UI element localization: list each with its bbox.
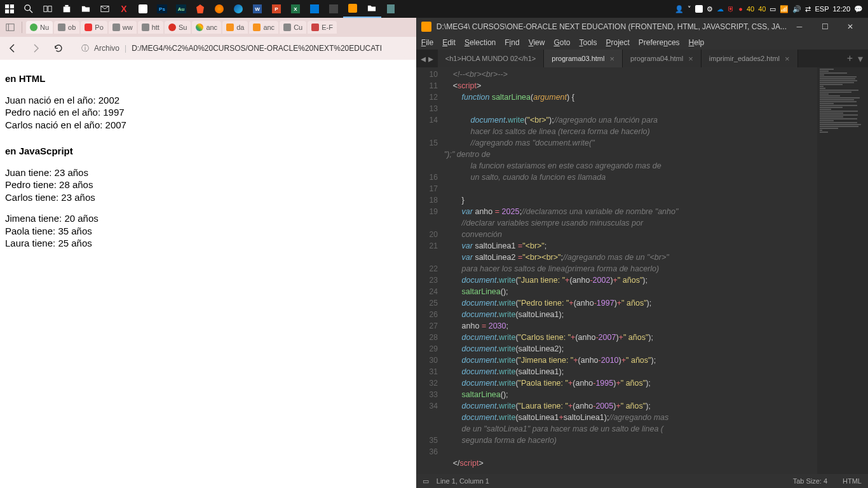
browser-tab[interactable]: E-F bbox=[308, 21, 337, 34]
app-folder-icon[interactable] bbox=[362, 0, 381, 18]
tray-app1-icon[interactable] bbox=[695, 5, 703, 13]
app-ps-icon[interactable]: Ps bbox=[153, 0, 172, 18]
content-line: Paola tiene: 35 años bbox=[5, 225, 411, 238]
browser-tab[interactable]: anc bbox=[192, 21, 221, 34]
menu-tools[interactable]: Tools bbox=[579, 38, 597, 47]
close-icon[interactable]: × bbox=[785, 54, 790, 64]
addr-label: Archivo bbox=[94, 44, 119, 53]
content-line: Carlos tiene: 23 años bbox=[5, 191, 411, 204]
svg-rect-9 bbox=[65, 5, 68, 7]
content-line: Laura tiene: 25 años bbox=[5, 237, 411, 250]
app-notion-icon[interactable] bbox=[133, 0, 153, 18]
menu-edit[interactable]: Edit bbox=[442, 38, 456, 47]
app-sublime-icon[interactable] bbox=[343, 0, 362, 18]
maximize-button[interactable]: ☐ bbox=[812, 18, 837, 36]
browser-tab[interactable]: htt bbox=[138, 21, 163, 34]
svg-rect-3 bbox=[10, 10, 14, 13]
app-ppt-icon[interactable]: P bbox=[267, 0, 286, 18]
tray-clock[interactable]: 12:20 bbox=[832, 5, 850, 13]
app-calc-icon[interactable] bbox=[381, 0, 400, 18]
tray-sync-icon[interactable]: ⇄ bbox=[805, 5, 811, 13]
tray-battery-icon[interactable]: ▭ bbox=[770, 5, 776, 13]
tab-history-nav[interactable]: ◂ ▸ bbox=[416, 50, 438, 67]
content-line: Juan nació en el año: 2002 bbox=[5, 94, 411, 107]
info-icon: ⓘ bbox=[81, 43, 89, 54]
minimap[interactable] bbox=[817, 67, 868, 474]
app-explorer-icon[interactable] bbox=[76, 0, 95, 18]
code-content[interactable]: <!--<br><br>--> <script> function saltar… bbox=[444, 67, 817, 474]
status-syntax[interactable]: HTML bbox=[843, 477, 862, 485]
start-button[interactable] bbox=[0, 0, 19, 18]
menu-selection[interactable]: Selection bbox=[465, 38, 496, 47]
browser-tab[interactable]: ob bbox=[54, 21, 79, 34]
back-button[interactable] bbox=[6, 42, 19, 55]
menu-preferences[interactable]: Preferences bbox=[639, 38, 680, 47]
app-mail-icon[interactable] bbox=[95, 0, 114, 18]
browser-tab[interactable]: Su bbox=[165, 21, 191, 34]
search-icon[interactable] bbox=[19, 0, 38, 18]
close-icon[interactable]: × bbox=[609, 54, 614, 64]
app-unknown-icon[interactable] bbox=[324, 0, 343, 18]
content-line: Pedro nació en el año: 1997 bbox=[5, 106, 411, 119]
tray-lang[interactable]: ESP bbox=[815, 5, 829, 13]
browser-tab[interactable]: Cu bbox=[280, 21, 306, 34]
menu-file[interactable]: File bbox=[421, 38, 433, 47]
menu-project[interactable]: Project bbox=[606, 38, 630, 47]
tray-security-icon[interactable]: ⛨ bbox=[728, 5, 735, 13]
browser-tab[interactable]: Nu bbox=[26, 21, 53, 34]
menu-find[interactable]: Find bbox=[505, 38, 519, 47]
sidebar-toggle-icon[interactable] bbox=[3, 18, 18, 36]
browser-tab[interactable]: ww bbox=[109, 21, 137, 34]
menu-view[interactable]: View bbox=[529, 38, 545, 47]
status-bar: ▭ Line 1, Column 1 Tab Size: 4 HTML bbox=[416, 474, 868, 488]
windows-taskbar: X Ps Au W P X 👤 ˅ ⚙ ☁ ⛨ ● 40 40 ▭ 📶 🔊 ⇄ … bbox=[0, 0, 868, 18]
tray-app2-icon[interactable]: ⚙ bbox=[707, 5, 713, 13]
editor-tab[interactable]: <h1>HOLA MUNDO 02</h1> bbox=[438, 50, 544, 67]
sublime-window: D:\MEG4\ CURSOS\ONE-ORACLE NEXT EDUCATIO… bbox=[416, 18, 868, 488]
tray-wifi-icon[interactable]: 📶 bbox=[780, 5, 789, 13]
tray-onedrive-icon[interactable]: ☁ bbox=[717, 5, 724, 13]
reload-button[interactable] bbox=[52, 42, 65, 55]
app-store-icon[interactable] bbox=[57, 0, 76, 18]
svg-rect-2 bbox=[5, 10, 9, 13]
editor-tab[interactable]: imprimir_edades2.html× bbox=[702, 50, 798, 67]
editor-tab[interactable]: programa04.html× bbox=[623, 50, 702, 67]
tray-people-icon[interactable]: 👤 bbox=[675, 5, 684, 13]
menu-goto[interactable]: Goto bbox=[553, 38, 570, 47]
panel-toggle-icon[interactable]: ▭ bbox=[423, 477, 429, 485]
sublime-app-icon bbox=[421, 22, 431, 32]
address-bar[interactable]: ⓘ Archivo | D:/MEG4/%C2%A0%20CURSOS/ONE-… bbox=[75, 40, 410, 57]
browser-tab[interactable]: Po bbox=[81, 21, 107, 34]
editor-area[interactable]: 1011121314 15 16171819 2021 222324252627… bbox=[416, 67, 868, 474]
browser-tab-strip: Nu ob Po ww htt Su anc da anc Cu E-F bbox=[0, 18, 416, 37]
browser-viewport: en HTML Juan nació en el año: 2002 Pedro… bbox=[0, 60, 416, 488]
app-firefox-icon[interactable] bbox=[210, 0, 229, 18]
addr-path: D:/MEG4/%C2%A0%20CURSOS/ONE-ORACLE%20NEX… bbox=[132, 44, 382, 53]
minimize-button[interactable]: ─ bbox=[787, 18, 812, 36]
menu-help[interactable]: Help bbox=[689, 38, 705, 47]
app-edge-icon[interactable] bbox=[229, 0, 248, 18]
status-tabsize[interactable]: Tab Size: 4 bbox=[793, 477, 827, 485]
browser-tab[interactable]: anc bbox=[249, 21, 278, 34]
browser-tab[interactable]: da bbox=[222, 21, 248, 34]
app-x-icon[interactable]: X bbox=[114, 0, 133, 18]
forward-button[interactable] bbox=[29, 42, 42, 55]
tray-av-icon[interactable]: ● bbox=[738, 5, 743, 13]
tray-chevron-icon[interactable]: ˅ bbox=[688, 5, 691, 13]
tray-notifications-icon[interactable]: 💬 bbox=[854, 5, 863, 13]
editor-tab[interactable]: programa03.html× bbox=[544, 50, 623, 67]
close-button[interactable]: ✕ bbox=[837, 18, 863, 36]
task-view-icon[interactable] bbox=[38, 0, 57, 18]
status-cursor[interactable]: Line 1, Column 1 bbox=[437, 477, 489, 485]
new-tab-button[interactable]: + bbox=[847, 53, 853, 64]
app-excel-icon[interactable]: X bbox=[286, 0, 305, 18]
app-brave-icon[interactable] bbox=[191, 0, 210, 18]
app-word-icon[interactable]: W bbox=[248, 0, 267, 18]
browser-toolbar: ⓘ Archivo | D:/MEG4/%C2%A0%20CURSOS/ONE-… bbox=[0, 37, 416, 60]
close-icon[interactable]: × bbox=[688, 54, 693, 64]
tray-volume-icon[interactable]: 🔊 bbox=[792, 5, 801, 13]
app-vscode-icon[interactable] bbox=[305, 0, 324, 18]
tab-menu-button[interactable]: ▾ bbox=[858, 53, 863, 65]
sublime-titlebar[interactable]: D:\MEG4\ CURSOS\ONE-ORACLE NEXT EDUCATIO… bbox=[416, 18, 868, 36]
app-au-icon[interactable]: Au bbox=[172, 0, 191, 18]
